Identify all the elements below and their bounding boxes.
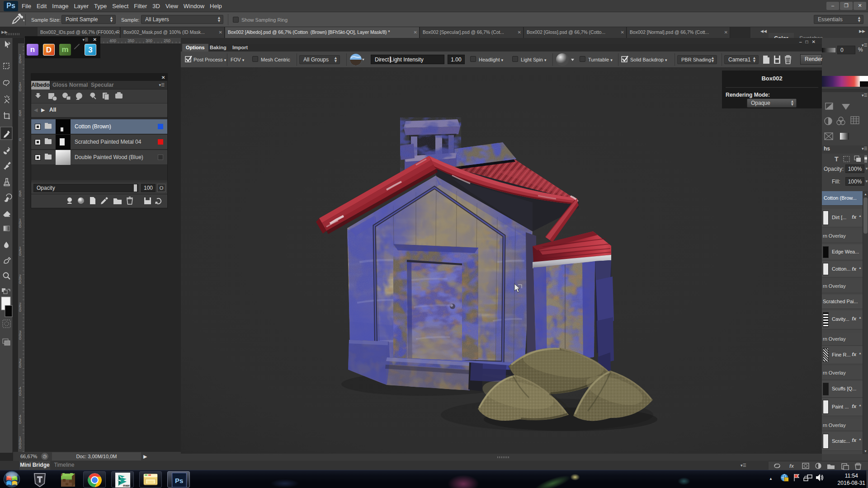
svg-text:max: max	[123, 483, 130, 488]
svg-text:Ps: Ps	[175, 477, 183, 484]
svg-text:T: T	[835, 155, 839, 163]
svg-text:fx: fx	[789, 463, 794, 469]
svg-text:!: !	[785, 478, 786, 482]
